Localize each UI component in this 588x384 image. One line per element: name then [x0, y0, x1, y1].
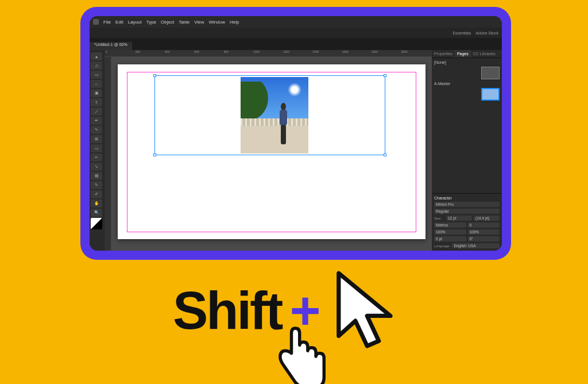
- type-tool-icon[interactable]: T: [91, 98, 102, 106]
- svg-marker-0: [339, 273, 390, 346]
- direct-selection-tool-icon[interactable]: △: [91, 62, 102, 70]
- workspace-switcher[interactable]: Essentials: [452, 31, 471, 35]
- eyedropper-tool-icon[interactable]: ✐: [91, 190, 102, 198]
- master-none-label[interactable]: [None]: [434, 60, 500, 64]
- pen-tool-icon[interactable]: ✒: [91, 117, 102, 125]
- character-panel-title: Character: [434, 196, 500, 200]
- gap-tool-icon[interactable]: ↔: [91, 80, 102, 88]
- skew-field[interactable]: 0°: [468, 236, 500, 241]
- kerning-field[interactable]: Metrics: [434, 222, 466, 228]
- tab-pages[interactable]: Pages: [455, 50, 471, 57]
- resize-handle-icon[interactable]: [153, 153, 156, 156]
- leading-field[interactable]: (14.4 pt): [474, 216, 500, 221]
- photo-tree: [241, 82, 271, 124]
- photo-ground: [241, 126, 308, 153]
- resize-handle-icon[interactable]: [384, 153, 386, 156]
- language-field[interactable]: English: USA: [452, 243, 500, 248]
- tab-properties[interactable]: Properties: [432, 50, 455, 57]
- home-icon[interactable]: [93, 19, 99, 25]
- menu-edit[interactable]: Edit: [115, 20, 123, 25]
- canvas-area: 0200400600800100012001400160018002000: [105, 50, 432, 251]
- pencil-tool-icon[interactable]: ✎: [91, 126, 102, 134]
- device-frame: File Edit Layout Type Object Table View …: [80, 7, 511, 260]
- baseline-shift-field[interactable]: 0 pt: [434, 236, 466, 241]
- right-panel-group: Properties Pages CC Libraries [None] A-M…: [432, 50, 502, 251]
- menu-window[interactable]: Window: [209, 20, 225, 25]
- gradient-tool-icon[interactable]: ▤: [91, 172, 102, 180]
- control-bar: Essentials Adobe Stock: [90, 28, 502, 38]
- master-page-thumb[interactable]: [481, 67, 500, 79]
- indesign-window: File Edit Layout Type Object Table View …: [90, 16, 502, 251]
- shift-key-label: Shift: [173, 281, 281, 341]
- horizontal-scale-field[interactable]: 100%: [468, 229, 500, 235]
- menu-help[interactable]: Help: [230, 20, 239, 25]
- placed-image[interactable]: [241, 77, 308, 153]
- fill-stroke-icon[interactable]: [91, 218, 102, 229]
- menu-type[interactable]: Type: [146, 20, 156, 25]
- character-panel: Character Minion Pro Regular Size 12 pt …: [432, 193, 502, 251]
- size-label: Size: [434, 217, 444, 220]
- a-master-label[interactable]: A-Master: [434, 82, 500, 86]
- menu-table[interactable]: Table: [179, 20, 189, 25]
- menu-view[interactable]: View: [194, 20, 204, 25]
- language-label: Language:: [434, 244, 450, 248]
- workspace: ▲ △ ▭ ↔ ▣ T ／ ✒ ✎ ⊠ ▭ ✂ ⤡ ▤ ✎ ✐ ✋ 🔍: [90, 50, 502, 251]
- menu-layout[interactable]: Layout: [128, 20, 142, 25]
- document-tab[interactable]: *Untitled-1 @ 60%: [90, 42, 132, 50]
- resize-handle-icon[interactable]: [153, 74, 156, 77]
- tab-cc-libraries[interactable]: CC Libraries: [471, 50, 498, 57]
- font-size-field[interactable]: 12 pt: [446, 216, 472, 221]
- panel-tabs: Properties Pages CC Libraries: [432, 50, 502, 58]
- search-adobe-stock[interactable]: Adobe Stock: [475, 31, 498, 35]
- document-tabs: *Untitled-1 @ 60%: [90, 38, 502, 50]
- photo-person: [277, 103, 289, 144]
- ruler-horizontal: 0200400600800100012001400160018002000: [105, 50, 432, 57]
- hand-tool-icon[interactable]: ✋: [91, 199, 102, 208]
- rectangle-frame-tool-icon[interactable]: ⊠: [91, 135, 102, 143]
- ruler-vertical: [105, 57, 111, 251]
- menu-object[interactable]: Object: [161, 20, 174, 25]
- font-style-field[interactable]: Regular: [434, 209, 500, 214]
- arrow-cursor-icon: [329, 269, 415, 361]
- scissors-tool-icon[interactable]: ✂: [91, 153, 102, 162]
- pasteboard[interactable]: [111, 57, 432, 251]
- page[interactable]: [118, 64, 425, 239]
- free-transform-tool-icon[interactable]: ⤡: [91, 163, 102, 171]
- tools-panel: ▲ △ ▭ ↔ ▣ T ／ ✒ ✎ ⊠ ▭ ✂ ⤡ ▤ ✎ ✐ ✋ 🔍: [90, 50, 105, 251]
- note-tool-icon[interactable]: ✎: [91, 181, 102, 189]
- line-tool-icon[interactable]: ／: [91, 107, 102, 116]
- menu-file[interactable]: File: [103, 20, 111, 25]
- resize-handle-icon[interactable]: [384, 74, 386, 77]
- page-thumb-1[interactable]: [481, 88, 500, 101]
- font-family-field[interactable]: Minion Pro: [434, 202, 500, 207]
- photo-railing: [241, 118, 308, 126]
- page-tool-icon[interactable]: ▭: [91, 71, 102, 79]
- rectangle-tool-icon[interactable]: ▭: [91, 144, 102, 152]
- pages-panel: [None] A-Master: [432, 58, 502, 103]
- content-collector-tool-icon[interactable]: ▣: [91, 89, 102, 97]
- hand-pointer-cursor-icon: [270, 322, 333, 384]
- menubar: File Edit Layout Type Object Table View …: [90, 16, 502, 28]
- selection-tool-icon[interactable]: ▲: [91, 52, 102, 60]
- vertical-scale-field[interactable]: 100%: [434, 229, 466, 235]
- zoom-tool-icon[interactable]: 🔍: [91, 209, 102, 217]
- tracking-field[interactable]: 0: [468, 222, 500, 228]
